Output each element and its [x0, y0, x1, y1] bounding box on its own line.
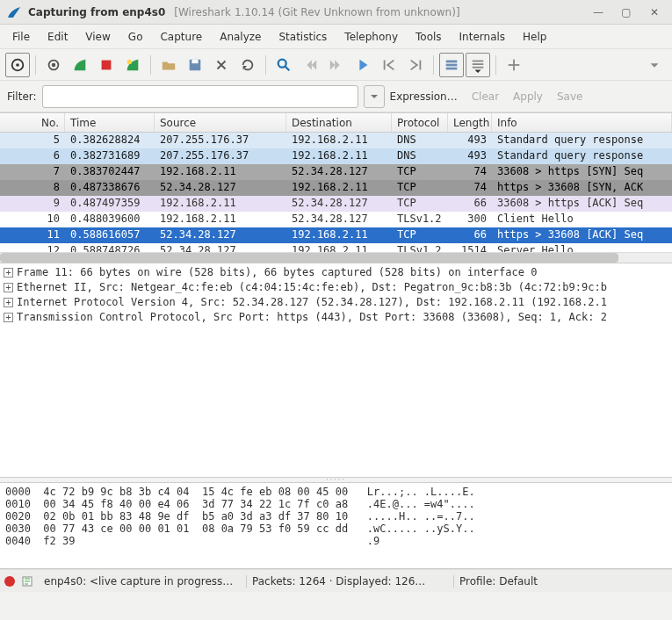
go-to-button[interactable] — [350, 53, 375, 77]
filter-save-link[interactable]: Save — [557, 90, 582, 103]
packet-list-header: No. Time Source Destination Protocol Len… — [0, 113, 672, 133]
maximize-button[interactable]: ▢ — [616, 4, 637, 21]
packet-row[interactable]: 100.488039600192.168.2.1152.34.28.127TLS… — [0, 212, 672, 227]
svg-rect-16 — [513, 59, 515, 70]
svg-rect-14 — [473, 66, 484, 68]
packet-row[interactable]: 50.382628824207.255.176.37192.168.2.11DN… — [0, 133, 672, 148]
detail-row[interactable]: +Internet Protocol Version 4, Src: 52.34… — [4, 296, 668, 311]
menu-statistics[interactable]: Statistics — [270, 27, 336, 47]
stop-capture-button[interactable] — [94, 53, 119, 77]
menu-go[interactable]: Go — [119, 27, 152, 47]
packet-list-body[interactable]: 50.382628824207.255.176.37192.168.2.11DN… — [0, 133, 672, 252]
packet-row[interactable]: 120.58874872652.34.28.127192.168.2.11TLS… — [0, 243, 672, 252]
svg-point-1 — [16, 63, 19, 67]
status-interface: enp4s0: <live capture in progress> F… — [39, 575, 241, 588]
close-button[interactable]: ✕ — [644, 4, 665, 21]
svg-rect-7 — [191, 59, 198, 63]
expert-info-icon[interactable] — [4, 575, 16, 588]
menu-capture[interactable]: Capture — [151, 27, 211, 47]
svg-rect-11 — [446, 67, 458, 69]
packet-row[interactable]: 60.382731689207.255.176.37192.168.2.11DN… — [0, 148, 672, 164]
status-counts: Packets: 1264 · Displayed: 126… — [246, 575, 448, 588]
col-src[interactable]: Source — [155, 113, 286, 132]
expand-icon[interactable]: + — [4, 298, 13, 307]
zoom-in-button[interactable] — [502, 53, 526, 77]
status-bar: enp4s0: <live capture in progress> F… Pa… — [0, 569, 672, 592]
status-profile[interactable]: Profile: Default — [453, 575, 668, 588]
minimize-button[interactable]: — — [588, 4, 609, 21]
svg-rect-4 — [102, 60, 112, 69]
chevron-down-icon — [370, 92, 379, 101]
svg-point-3 — [52, 62, 56, 67]
packet-details-pane[interactable]: +Frame 11: 66 bytes on wire (528 bits), … — [0, 263, 672, 478]
auto-scroll-button[interactable] — [466, 53, 490, 77]
close-file-button[interactable] — [209, 53, 234, 77]
menu-telephony[interactable]: Telephony — [336, 27, 407, 47]
svg-point-8 — [278, 59, 286, 67]
svg-rect-9 — [446, 60, 458, 62]
svg-rect-13 — [473, 63, 484, 65]
menu-view[interactable]: View — [76, 27, 119, 47]
menu-file[interactable]: File — [4, 27, 39, 47]
open-file-button[interactable] — [156, 53, 181, 77]
go-last-button[interactable] — [403, 53, 428, 77]
detail-row[interactable]: +Transmission Control Protocol, Src Port… — [4, 311, 668, 326]
svg-rect-12 — [473, 60, 484, 61]
svg-point-5 — [127, 59, 132, 63]
start-capture-button[interactable] — [68, 53, 92, 77]
packet-list-pane: No. Time Source Destination Protocol Len… — [0, 112, 672, 263]
packet-list-hscrollbar[interactable] — [0, 252, 672, 263]
reload-button[interactable] — [235, 53, 260, 77]
packet-bytes-pane[interactable]: 0000 4c 72 b9 9c b8 3b c4 04 15 4c fe eb… — [0, 483, 672, 569]
colorize-button[interactable] — [439, 53, 464, 77]
filter-apply-link[interactable]: Apply — [513, 90, 543, 103]
detail-text: Ethernet II, Src: Netgear_4c:fe:eb (c4:0… — [17, 281, 607, 293]
packet-row[interactable]: 70.383702447192.168.2.1152.34.28.127TCP7… — [0, 164, 672, 180]
menu-help[interactable]: Help — [514, 27, 555, 47]
filter-toolbar: Filter: Expression… Clear Apply Save — [0, 81, 672, 112]
col-proto[interactable]: Protocol — [392, 113, 448, 132]
packet-row[interactable]: 110.58861605752.34.28.127192.168.2.11TCP… — [0, 227, 672, 243]
detail-row[interactable]: +Ethernet II, Src: Netgear_4c:fe:eb (c4:… — [4, 281, 668, 296]
expand-icon[interactable]: + — [4, 283, 13, 292]
filter-history-dropdown[interactable] — [364, 85, 385, 108]
packet-row[interactable]: 80.48733867652.34.28.127192.168.2.11TCP7… — [0, 180, 672, 196]
expand-icon[interactable]: + — [4, 268, 13, 278]
svg-point-17 — [4, 576, 15, 587]
filter-label: Filter: — [7, 90, 37, 103]
window-title: Capturing from enp4s0 — [28, 6, 165, 18]
detail-row[interactable]: +Frame 11: 66 bytes on wire (528 bits), … — [4, 266, 668, 281]
titlebar: Capturing from enp4s0 [Wireshark 1.10.14… — [0, 0, 672, 25]
menu-analyze[interactable]: Analyze — [211, 27, 270, 47]
go-forward-button[interactable] — [324, 53, 349, 77]
window-subtitle: [Wireshark 1.10.14 (Git Rev Unknown from… — [174, 6, 459, 18]
toolbar-overflow-icon[interactable] — [642, 53, 667, 77]
go-first-button[interactable] — [377, 53, 401, 77]
filter-input[interactable] — [42, 85, 358, 108]
detail-text: Internet Protocol Version 4, Src: 52.34.… — [17, 296, 607, 308]
capture-comment-icon[interactable] — [21, 575, 33, 588]
filter-clear-link[interactable]: Clear — [472, 90, 499, 103]
detail-text: Transmission Control Protocol, Src Port:… — [17, 311, 607, 323]
svg-rect-10 — [446, 63, 458, 66]
packet-row[interactable]: 90.487497359192.168.2.1152.34.28.127TCP6… — [0, 196, 672, 212]
menu-tools[interactable]: Tools — [407, 27, 451, 47]
go-back-button[interactable] — [298, 53, 322, 77]
interfaces-button[interactable] — [5, 53, 30, 77]
restart-capture-button[interactable] — [120, 53, 145, 77]
filter-expression-link[interactable]: Expression… — [390, 90, 458, 103]
col-no[interactable]: No. — [0, 113, 65, 132]
col-info[interactable]: Info — [492, 113, 672, 132]
menu-edit[interactable]: Edit — [39, 27, 76, 47]
toolbar — [0, 49, 672, 81]
col-dst[interactable]: Destination — [286, 113, 392, 132]
options-button[interactable] — [41, 53, 66, 77]
find-button[interactable] — [271, 53, 296, 77]
save-button[interactable] — [183, 53, 207, 77]
menu-internals[interactable]: Internals — [451, 27, 515, 47]
col-len[interactable]: Length — [448, 113, 492, 132]
app-icon — [7, 5, 21, 19]
col-time[interactable]: Time — [65, 113, 155, 132]
detail-text: Frame 11: 66 bytes on wire (528 bits), 6… — [17, 266, 537, 278]
expand-icon[interactable]: + — [4, 313, 13, 322]
